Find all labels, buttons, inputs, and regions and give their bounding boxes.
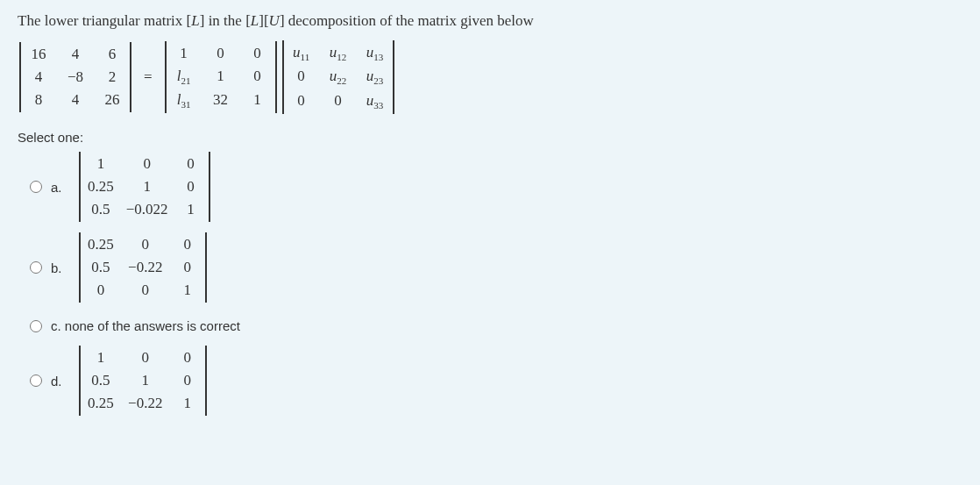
cell: 1 [174,45,195,62]
cell: 0.25 [88,395,114,412]
question-span: The lower triangular matrix [L] in the [… [18,12,534,29]
cell: 0 [210,45,231,62]
cell: 4 [65,91,86,109]
bracket-left-icon [79,152,81,222]
bracket-left-icon [79,346,81,416]
option-label: d. [51,374,67,389]
radio-c[interactable] [30,320,42,332]
matrix-a: 16 4 6 4 −8 2 8 4 26 [19,42,131,112]
subscript: 22 [337,76,346,87]
cell: 0 [247,68,268,86]
cell: 6 [102,46,123,63]
cell: 0.5 [88,372,114,389]
cell: 0 [126,282,165,299]
cell: 0 [181,155,202,173]
select-one-label: Select one: [18,130,962,145]
cell: 1 [210,68,231,86]
bracket-left-icon [19,42,21,112]
subscript: 23 [373,76,383,87]
cell: 1 [126,178,168,196]
var: u [293,44,301,61]
option-c[interactable]: c. none of the answers is correct [30,318,962,333]
option-label: a. [51,180,67,195]
matrix-u: u11 u12 u13 0 u22 u23 0 0 u33 [282,40,394,114]
subscript: 31 [181,99,190,110]
cell: 0 [88,282,114,299]
cell: 1 [88,155,114,173]
cell: 1 [177,395,198,412]
cell: 0.25 [88,236,114,253]
cell: −0.22 [126,395,165,412]
option-a-matrix: 1 0 0 0.25 1 0 0.5 −0.022 1 [79,152,210,222]
cell: −0.22 [126,259,165,276]
cell: l21 [174,68,195,86]
option-d-matrix: 1 0 0 0.5 1 0 0.25 −0.22 1 [79,346,207,416]
cell: 1 [181,201,202,218]
radio-d[interactable] [30,374,42,387]
cell: 4 [65,46,86,63]
cell: 0 [291,92,312,111]
cell: 0 [177,236,198,253]
cell: u13 [365,44,386,62]
bracket-right-icon [275,41,277,114]
subscript: 21 [181,75,190,86]
cell: 32 [210,91,231,110]
bracket-left-icon [79,232,81,303]
equals-sign: = [144,68,153,86]
option-label: b. [51,260,67,275]
bracket-left-icon [282,40,284,114]
subscript: 12 [337,52,346,62]
bracket-left-icon [165,41,167,114]
cell: 0 [291,68,312,86]
option-a[interactable]: a. 1 0 0 0.25 1 0 0.5 −0.022 1 [30,152,962,222]
question-text: The lower triangular matrix [L] in the [… [18,12,962,30]
cell: 26 [102,91,123,109]
bracket-right-icon [130,42,131,112]
equation: 16 4 6 4 −8 2 8 4 26 = 1 0 0 l21 1 0 l31… [19,40,962,114]
cell: 0.5 [88,259,114,276]
cell: −0.022 [126,201,168,218]
cell: 2 [102,68,123,86]
cell: 4 [28,68,49,86]
cell: 0 [247,45,268,62]
option-d[interactable]: d. 1 0 0 0.5 1 0 0.25 −0.22 1 [30,346,962,416]
cell: 0 [177,372,198,389]
bracket-right-icon [205,346,207,416]
radio-b[interactable] [30,261,42,274]
cell: u22 [328,68,349,86]
matrix-l: 1 0 0 l21 1 0 l31 32 1 [165,41,277,114]
cell: 0.5 [88,201,114,218]
cell: l31 [174,91,195,110]
option-label: c. none of the answers is correct [51,318,240,333]
cell: u11 [291,44,312,62]
cell: 16 [28,46,49,63]
bracket-right-icon [209,152,210,222]
bracket-right-icon [393,40,394,114]
bracket-right-icon [205,232,207,303]
cell: 1 [88,349,114,367]
cell: u12 [328,44,349,62]
cell: 0 [328,92,349,111]
cell: u23 [365,68,386,86]
subscript: 13 [373,52,383,62]
option-b[interactable]: b. 0.25 0 0 0.5 −0.22 0 0 0 1 [30,232,962,303]
cell: 0 [177,349,198,367]
subscript: 11 [301,52,310,62]
cell: 0 [126,349,165,367]
cell: 1 [177,282,198,299]
option-b-matrix: 0.25 0 0 0.5 −0.22 0 0 0 1 [79,232,207,303]
radio-a[interactable] [30,181,42,193]
cell: 0 [126,236,165,253]
cell: 8 [28,91,49,109]
cell: 0 [181,178,202,196]
cell: 1 [126,372,165,389]
cell: −8 [65,68,86,86]
cell: u33 [365,92,386,111]
cell: 0.25 [88,178,114,196]
subscript: 33 [373,100,383,111]
cell: 0 [126,155,168,173]
cell: 1 [247,91,268,110]
cell: 0 [177,259,198,276]
